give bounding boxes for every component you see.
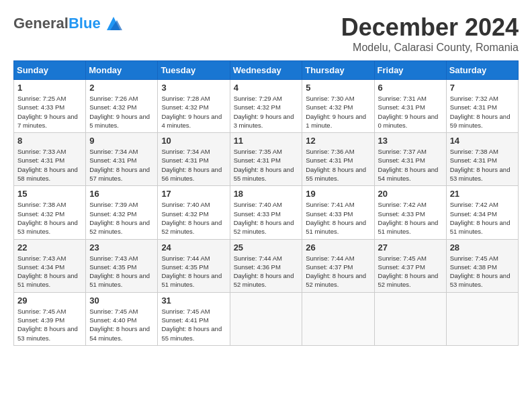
column-header-wednesday: Wednesday bbox=[230, 61, 302, 80]
day-info: Sunrise: 7:40 AM Sunset: 4:32 PM Dayligh… bbox=[161, 200, 226, 236]
calendar-cell: 16Sunrise: 7:39 AM Sunset: 4:32 PM Dayli… bbox=[86, 186, 158, 239]
day-number: 22 bbox=[17, 242, 82, 253]
day-number: 13 bbox=[378, 136, 443, 146]
day-info: Sunrise: 7:39 AM Sunset: 4:32 PM Dayligh… bbox=[89, 200, 154, 236]
logo-general-text: General bbox=[13, 15, 69, 32]
column-header-monday: Monday bbox=[86, 61, 158, 80]
day-info: Sunrise: 7:43 AM Sunset: 4:34 PM Dayligh… bbox=[17, 254, 82, 289]
day-number: 17 bbox=[161, 189, 226, 199]
calendar-cell: 31Sunrise: 7:45 AM Sunset: 4:41 PM Dayli… bbox=[158, 292, 230, 345]
calendar-cell: 19Sunrise: 7:41 AM Sunset: 4:33 PM Dayli… bbox=[302, 186, 374, 239]
calendar-cell: 21Sunrise: 7:42 AM Sunset: 4:34 PM Dayli… bbox=[446, 186, 518, 239]
day-info: Sunrise: 7:25 AM Sunset: 4:33 PM Dayligh… bbox=[17, 94, 82, 130]
calendar-cell: 4Sunrise: 7:29 AM Sunset: 4:32 PM Daylig… bbox=[230, 80, 302, 133]
calendar-cell: 14Sunrise: 7:38 AM Sunset: 4:31 PM Dayli… bbox=[446, 133, 518, 186]
calendar-cell: 25Sunrise: 7:44 AM Sunset: 4:36 PM Dayli… bbox=[230, 239, 302, 292]
calendar-cell: 10Sunrise: 7:34 AM Sunset: 4:31 PM Dayli… bbox=[158, 133, 230, 186]
calendar-cell: 18Sunrise: 7:40 AM Sunset: 4:33 PM Dayli… bbox=[230, 186, 302, 239]
day-number: 15 bbox=[17, 189, 82, 199]
calendar-cell: 5Sunrise: 7:30 AM Sunset: 4:32 PM Daylig… bbox=[302, 80, 374, 133]
day-number: 21 bbox=[450, 189, 515, 199]
day-info: Sunrise: 7:30 AM Sunset: 4:32 PM Dayligh… bbox=[306, 94, 370, 130]
day-info: Sunrise: 7:42 AM Sunset: 4:33 PM Dayligh… bbox=[378, 200, 443, 236]
calendar-cell: 27Sunrise: 7:45 AM Sunset: 4:37 PM Dayli… bbox=[374, 239, 446, 292]
day-number: 14 bbox=[450, 136, 515, 146]
day-number: 20 bbox=[378, 189, 443, 199]
logo-blue-text: Blue bbox=[69, 15, 101, 32]
calendar-cell: 13Sunrise: 7:37 AM Sunset: 4:31 PM Dayli… bbox=[374, 133, 446, 186]
day-number: 26 bbox=[306, 242, 370, 253]
calendar-cell: 30Sunrise: 7:45 AM Sunset: 4:40 PM Dayli… bbox=[86, 292, 158, 345]
day-info: Sunrise: 7:43 AM Sunset: 4:35 PM Dayligh… bbox=[89, 254, 154, 289]
day-number: 12 bbox=[306, 136, 370, 146]
calendar-cell: 1Sunrise: 7:25 AM Sunset: 4:33 PM Daylig… bbox=[14, 80, 86, 133]
calendar-cell: 7Sunrise: 7:32 AM Sunset: 4:31 PM Daylig… bbox=[446, 80, 518, 133]
day-info: Sunrise: 7:32 AM Sunset: 4:31 PM Dayligh… bbox=[450, 94, 515, 130]
day-info: Sunrise: 7:45 AM Sunset: 4:38 PM Dayligh… bbox=[450, 254, 515, 289]
day-info: Sunrise: 7:29 AM Sunset: 4:32 PM Dayligh… bbox=[234, 94, 299, 130]
day-number: 4 bbox=[234, 83, 299, 93]
calendar-week-row: 22Sunrise: 7:43 AM Sunset: 4:34 PM Dayli… bbox=[14, 239, 519, 292]
day-number: 18 bbox=[234, 189, 299, 199]
day-info: Sunrise: 7:41 AM Sunset: 4:33 PM Dayligh… bbox=[306, 200, 370, 236]
day-number: 30 bbox=[89, 295, 154, 306]
day-number: 1 bbox=[17, 83, 82, 93]
day-number: 23 bbox=[89, 242, 154, 253]
calendar-cell: 29Sunrise: 7:45 AM Sunset: 4:39 PM Dayli… bbox=[14, 292, 86, 345]
day-number: 2 bbox=[89, 83, 154, 93]
day-number: 3 bbox=[161, 83, 226, 93]
day-info: Sunrise: 7:36 AM Sunset: 4:31 PM Dayligh… bbox=[306, 147, 370, 183]
calendar-cell: 28Sunrise: 7:45 AM Sunset: 4:38 PM Dayli… bbox=[446, 239, 518, 292]
logo-icon bbox=[103, 13, 124, 34]
day-info: Sunrise: 7:37 AM Sunset: 4:31 PM Dayligh… bbox=[378, 147, 443, 183]
calendar-cell: 15Sunrise: 7:38 AM Sunset: 4:32 PM Dayli… bbox=[14, 186, 86, 239]
day-number: 25 bbox=[234, 242, 299, 253]
day-info: Sunrise: 7:34 AM Sunset: 4:31 PM Dayligh… bbox=[89, 147, 154, 183]
calendar-cell: 22Sunrise: 7:43 AM Sunset: 4:34 PM Dayli… bbox=[14, 239, 86, 292]
day-info: Sunrise: 7:33 AM Sunset: 4:31 PM Dayligh… bbox=[17, 147, 82, 183]
day-number: 28 bbox=[450, 242, 515, 253]
day-info: Sunrise: 7:28 AM Sunset: 4:32 PM Dayligh… bbox=[161, 94, 226, 130]
calendar-week-row: 8Sunrise: 7:33 AM Sunset: 4:31 PM Daylig… bbox=[14, 133, 519, 186]
calendar-week-row: 1Sunrise: 7:25 AM Sunset: 4:33 PM Daylig… bbox=[14, 80, 519, 133]
day-info: Sunrise: 7:34 AM Sunset: 4:31 PM Dayligh… bbox=[161, 147, 226, 183]
column-header-thursday: Thursday bbox=[302, 61, 374, 80]
calendar-cell: 6Sunrise: 7:31 AM Sunset: 4:31 PM Daylig… bbox=[374, 80, 446, 133]
title-block: December 2024 Modelu, Calarasi County, R… bbox=[341, 13, 519, 54]
day-info: Sunrise: 7:42 AM Sunset: 4:34 PM Dayligh… bbox=[450, 200, 515, 236]
column-header-sunday: Sunday bbox=[14, 61, 86, 80]
page-header: GeneralBlue December 2024 Modelu, Calara… bbox=[13, 13, 519, 54]
calendar-table: SundayMondayTuesdayWednesdayThursdayFrid… bbox=[13, 60, 519, 346]
day-info: Sunrise: 7:45 AM Sunset: 4:37 PM Dayligh… bbox=[378, 254, 443, 289]
day-info: Sunrise: 7:45 AM Sunset: 4:40 PM Dayligh… bbox=[89, 307, 154, 342]
day-number: 31 bbox=[161, 295, 226, 306]
day-info: Sunrise: 7:38 AM Sunset: 4:32 PM Dayligh… bbox=[17, 200, 82, 236]
day-number: 24 bbox=[161, 242, 226, 253]
day-number: 5 bbox=[306, 83, 370, 93]
calendar-cell: 26Sunrise: 7:44 AM Sunset: 4:37 PM Dayli… bbox=[302, 239, 374, 292]
column-header-tuesday: Tuesday bbox=[158, 61, 230, 80]
day-info: Sunrise: 7:26 AM Sunset: 4:32 PM Dayligh… bbox=[89, 94, 154, 130]
day-info: Sunrise: 7:40 AM Sunset: 4:33 PM Dayligh… bbox=[234, 200, 299, 236]
calendar-cell: 12Sunrise: 7:36 AM Sunset: 4:31 PM Dayli… bbox=[302, 133, 374, 186]
column-header-saturday: Saturday bbox=[446, 61, 518, 80]
location-text: Modelu, Calarasi County, Romania bbox=[341, 42, 519, 54]
calendar-cell: 20Sunrise: 7:42 AM Sunset: 4:33 PM Dayli… bbox=[374, 186, 446, 239]
day-number: 10 bbox=[161, 136, 226, 146]
calendar-week-row: 15Sunrise: 7:38 AM Sunset: 4:32 PM Dayli… bbox=[14, 186, 519, 239]
calendar-cell: 3Sunrise: 7:28 AM Sunset: 4:32 PM Daylig… bbox=[158, 80, 230, 133]
calendar-cell: 23Sunrise: 7:43 AM Sunset: 4:35 PM Dayli… bbox=[86, 239, 158, 292]
day-info: Sunrise: 7:44 AM Sunset: 4:36 PM Dayligh… bbox=[234, 254, 299, 289]
day-info: Sunrise: 7:44 AM Sunset: 4:37 PM Dayligh… bbox=[306, 254, 370, 289]
calendar-cell bbox=[446, 292, 518, 345]
calendar-cell: 8Sunrise: 7:33 AM Sunset: 4:31 PM Daylig… bbox=[14, 133, 86, 186]
day-number: 27 bbox=[378, 242, 443, 253]
day-number: 19 bbox=[306, 189, 370, 199]
day-info: Sunrise: 7:45 AM Sunset: 4:41 PM Dayligh… bbox=[161, 307, 226, 342]
day-number: 9 bbox=[89, 136, 154, 146]
day-info: Sunrise: 7:44 AM Sunset: 4:35 PM Dayligh… bbox=[161, 254, 226, 289]
calendar-cell: 2Sunrise: 7:26 AM Sunset: 4:32 PM Daylig… bbox=[86, 80, 158, 133]
day-info: Sunrise: 7:31 AM Sunset: 4:31 PM Dayligh… bbox=[378, 94, 443, 130]
day-number: 6 bbox=[378, 83, 443, 93]
calendar-cell bbox=[302, 292, 374, 345]
